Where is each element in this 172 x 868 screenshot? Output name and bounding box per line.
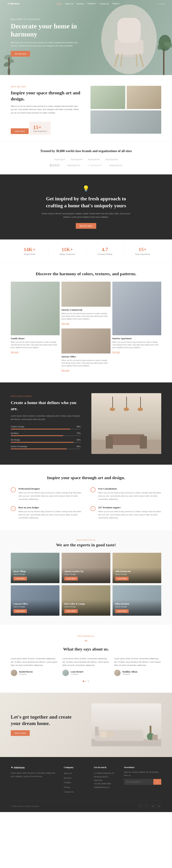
discover-item-3: Interior Apartment When you do not need … bbox=[112, 282, 161, 373]
footer-copyright: © 2022 Interiora. All rights reserved. bbox=[11, 805, 40, 807]
discover-caption-1: Family House When you do not need to beg… bbox=[11, 335, 60, 355]
portfolio-item-5[interactable]: Rich Coffee & Lounge Interior Design Lea… bbox=[62, 585, 110, 616]
skill-4-track bbox=[11, 448, 81, 449]
portfolio-item-4[interactable]: Lokasari Office Interior Design Learn Mo… bbox=[11, 585, 59, 616]
nav-pinterest-icon[interactable]: p bbox=[164, 3, 165, 5]
nav-services[interactable]: Services bbox=[76, 3, 84, 5]
nav-facebook-icon[interactable]: f bbox=[157, 3, 157, 5]
skill-3-track bbox=[11, 442, 81, 443]
discover-item2-link[interactable]: See more bbox=[62, 322, 69, 325]
nav-logo[interactable]: ✦ interiora bbox=[7, 2, 19, 5]
discover-section: Discover the harmony of colors, textures… bbox=[0, 262, 172, 382]
author-2-name: Louis Beckett bbox=[71, 671, 83, 673]
who-img-3 bbox=[91, 111, 161, 134]
footer-phone: +62 882 0088 0990 bbox=[94, 782, 117, 786]
hero-pretitle: WELCOME TO INTERIORA bbox=[11, 19, 79, 20]
dot-2[interactable] bbox=[85, 681, 87, 682]
discover-item2-title: Interior Commercial bbox=[62, 308, 110, 311]
skill-3-label: 3D Design90% bbox=[11, 439, 81, 441]
stat-rating: 4.7 Company Rating bbox=[86, 245, 124, 257]
who-stat-label: Years Experience bbox=[33, 130, 47, 132]
cta-hire-button[interactable]: Hire Us Now bbox=[11, 730, 30, 736]
social-pinterest-icon[interactable]: p bbox=[156, 804, 161, 808]
portfolio-item2-title: Jakarta Garden City bbox=[64, 570, 108, 573]
discover-item1-link[interactable]: See more bbox=[11, 351, 19, 353]
who-stat-number: 15+ bbox=[33, 124, 47, 130]
dot-3[interactable] bbox=[88, 681, 89, 682]
newsletter-submit[interactable]: → bbox=[153, 779, 161, 785]
discover-item3-link[interactable]: See more bbox=[112, 351, 120, 353]
footer-link-about[interactable]: About Us bbox=[64, 772, 87, 775]
footer-link-portfolio[interactable]: Portfolio bbox=[64, 781, 87, 784]
portfolio-item5-btn[interactable]: Learn More bbox=[64, 609, 78, 613]
discover-item4-link[interactable]: See more bbox=[62, 369, 69, 372]
testimonial-1: Lorem ipsum dolor sit amet, consectetur … bbox=[11, 657, 58, 676]
portfolio-item2-btn[interactable]: Learn More bbox=[64, 577, 78, 581]
who-img-1 bbox=[91, 86, 125, 109]
portfolio-item-1[interactable]: Dacre Village Interior Design Learn More bbox=[11, 553, 59, 583]
stat-projects-num: 14K+ bbox=[13, 247, 47, 252]
nav-home[interactable]: Home bbox=[57, 2, 62, 5]
hero-content: WELCOME TO INTERIORA Decorate your home … bbox=[11, 19, 79, 57]
portfolio-item-3[interactable]: JoBo Restaurant Interior Design Learn Mo… bbox=[113, 553, 161, 583]
brand-logo-1: logotype bbox=[54, 158, 65, 161]
nav-instagram-icon[interactable]: in bbox=[161, 3, 163, 5]
portfolio-item-6[interactable]: Bikka Resident Interior Design Learn Mor… bbox=[113, 585, 161, 616]
discover-item4-title: Interior Office bbox=[62, 355, 110, 358]
skill-bar-4: Interior Knowledge80% bbox=[11, 445, 81, 449]
nav-about[interactable]: About Us bbox=[65, 3, 73, 5]
inspire-item-4: ✓ 24/7 Premium support When you do not n… bbox=[91, 506, 161, 520]
testimonials-dots bbox=[11, 681, 161, 682]
portfolio-section: OUR PORTFOLIO We are the experts in good… bbox=[0, 530, 172, 625]
footer-link-contact[interactable]: Contact Us bbox=[64, 790, 87, 793]
stat-rating-num: 4.7 bbox=[88, 247, 122, 252]
who-images bbox=[91, 86, 161, 134]
discover-item2-desc: When you do not need to beg someone to m… bbox=[62, 312, 110, 320]
newsletter-input[interactable] bbox=[124, 779, 153, 785]
inspire-text-1: Professional Designer When you do not ne… bbox=[19, 487, 81, 501]
cta-right bbox=[91, 704, 161, 746]
social-twitter-icon[interactable]: t bbox=[144, 804, 149, 808]
portfolio-item6-btn[interactable]: Learn More bbox=[115, 609, 129, 613]
author-2-role: Company bbox=[71, 673, 83, 675]
author-1-role: Company bbox=[19, 673, 32, 675]
discover-item-1: Family House When you do not need to beg… bbox=[11, 282, 60, 373]
nav-pages[interactable]: Pages ▾ bbox=[112, 2, 120, 5]
portfolio-item-2[interactable]: Jakarta Garden City Interior Design Lear… bbox=[62, 553, 110, 583]
skill-3-fill bbox=[11, 442, 74, 443]
cta-section: Let's get together and create your dream… bbox=[0, 693, 172, 757]
portfolio-item2-sub: Interior Design bbox=[64, 573, 108, 575]
nav-links: Home About Us Services Portfolio ▾ Conta… bbox=[57, 2, 120, 5]
hero-cta-button[interactable]: Our Services bbox=[11, 51, 30, 57]
footer-contact-col: Get in touch. Jl. Cikutra Riang No 41 Ba… bbox=[94, 766, 117, 795]
discover-item3-desc: When you do not need to beg someone to m… bbox=[112, 341, 161, 349]
inspire-item-2: ✓ Free Consultations When you do not nee… bbox=[91, 487, 161, 501]
social-facebook-icon[interactable]: f bbox=[138, 804, 143, 808]
stat-rating-label: Company Rating bbox=[88, 253, 122, 255]
stat-projects-label: Project Done bbox=[13, 253, 47, 255]
inspire-title: Inspire your space through art and desig… bbox=[11, 475, 161, 480]
discover-item1-title: Family House bbox=[11, 337, 60, 340]
who-learn-more-button[interactable]: Learn More bbox=[11, 128, 29, 134]
nav-portfolio[interactable]: Portfolio ▾ bbox=[87, 2, 96, 5]
social-instagram-icon[interactable]: in bbox=[150, 804, 155, 808]
testimonials-pretitle: TESTIMONIALS bbox=[11, 635, 161, 637]
brand-logo-8: logotypeum bbox=[109, 164, 122, 167]
trusted-section: Trusted by 30,000 world-class brands and… bbox=[0, 142, 172, 175]
footer-link-services[interactable]: Services bbox=[64, 776, 87, 779]
inspiration-cta-button[interactable]: Discover More bbox=[76, 223, 96, 229]
who-desc: When you do not need to beg someone to m… bbox=[11, 104, 81, 115]
footer-link-pricing[interactable]: Pricing bbox=[64, 785, 87, 789]
portfolio-item1-btn[interactable]: Learn More bbox=[14, 577, 27, 581]
nav-contact[interactable]: Contact Us bbox=[99, 3, 109, 5]
skill-2-track bbox=[11, 435, 81, 436]
dot-1[interactable] bbox=[83, 681, 84, 682]
portfolio-item4-btn[interactable]: Learn More bbox=[14, 609, 27, 613]
nav-twitter-icon[interactable]: t bbox=[159, 3, 159, 5]
portfolio-item3-btn[interactable]: Learn More bbox=[115, 577, 129, 581]
footer-email: hello@interiora.id bbox=[94, 786, 117, 789]
inspire-item-1: ✓ Professional Designer When you do not … bbox=[11, 487, 81, 501]
footer-company-title: Company bbox=[64, 766, 87, 769]
discover-img-3 bbox=[112, 282, 161, 335]
stat-experience-num: 15+ bbox=[126, 247, 159, 252]
